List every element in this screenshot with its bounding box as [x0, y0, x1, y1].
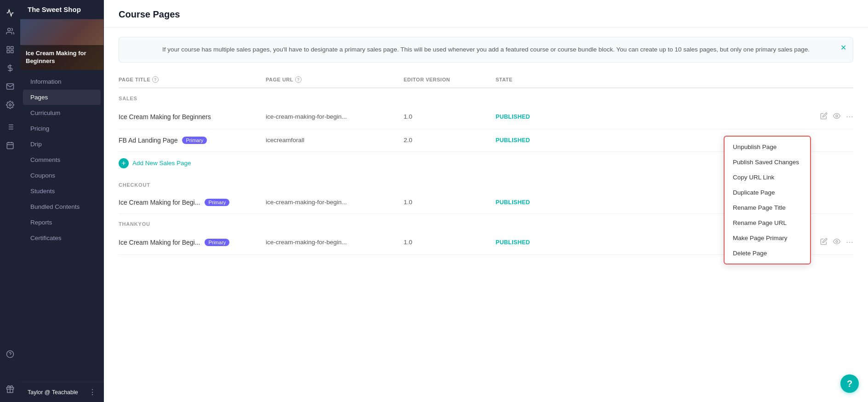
row-url-cell: icecreamforall — [266, 137, 404, 144]
course-card[interactable]: Ice Cream Making for Beginners — [20, 19, 103, 70]
sidebar-item-coupons[interactable]: Coupons — [23, 168, 101, 183]
svg-point-0 — [8, 28, 11, 31]
row-title-cell: Ice Cream Making for Begi... Primary — [119, 199, 266, 206]
table-header: PAGE TITLE ? PAGE URL ? EDITOR VERSION S… — [119, 72, 853, 88]
page-url-info-icon[interactable]: ? — [295, 76, 302, 83]
user-name: Taylor @ Teachable — [28, 389, 78, 396]
primary-badge: Primary — [182, 137, 207, 144]
row-version-cell: 1.0 — [404, 199, 496, 206]
context-menu-item-copy-url[interactable]: Copy URL Link — [725, 170, 810, 185]
more-options-icon[interactable]: ⋯ — [846, 238, 853, 247]
row-title: Ice Cream Making for Begi... — [119, 199, 200, 206]
context-menu-item-duplicate[interactable]: Duplicate Page — [725, 185, 810, 200]
row-state-cell: PUBLISHED — [496, 114, 798, 120]
question-circle-icon[interactable] — [2, 346, 18, 362]
settings-icon[interactable] — [2, 97, 18, 113]
info-banner: If your course has multiple sales pages,… — [119, 37, 853, 63]
svg-point-21 — [836, 115, 838, 117]
sidebar-item-information[interactable]: Information — [23, 74, 101, 89]
row-actions-cell: ⋯ — [798, 112, 853, 121]
row-title-cell: Ice Cream Making for Begi... Primary — [119, 239, 266, 246]
banner-text: If your course has multiple sales pages,… — [162, 46, 810, 53]
row-title: FB Ad Landing Page — [119, 137, 177, 144]
sidebar-item-bundled-contents[interactable]: Bundled Contents — [23, 199, 101, 214]
section-label-sales: SALES — [119, 88, 853, 105]
sidebar-icon-column — [0, 0, 20, 402]
col-editor-version: EDITOR VERSION — [404, 76, 496, 83]
sidebar-item-reports[interactable]: Reports — [23, 215, 101, 230]
sidebar-item-students[interactable]: Students — [23, 184, 101, 199]
row-title-cell: Ice Cream Making for Beginners — [119, 113, 266, 121]
row-version-cell: 2.0 — [404, 137, 496, 144]
add-new-label: Add New Sales Page — [132, 160, 191, 167]
page-title: Course Pages — [119, 9, 853, 20]
context-menu-item-unpublish[interactable]: Unpublish Page — [725, 139, 810, 155]
course-title: Ice Cream Making for Beginners — [20, 45, 103, 70]
sidebar-item-curriculum[interactable]: Curriculum — [23, 105, 101, 121]
sidebar-item-pages[interactable]: Pages — [23, 90, 101, 105]
col-page-url: PAGE URL ? — [266, 76, 404, 83]
primary-badge: Primary — [205, 239, 229, 246]
help-button[interactable]: ? — [840, 374, 859, 393]
sidebar-footer: Taylor @ Teachable ⋮ — [20, 382, 103, 402]
context-menu: Unpublish Page Publish Saved Changes Cop… — [724, 136, 811, 264]
sidebar-item-comments[interactable]: Comments — [23, 152, 101, 167]
edit-icon[interactable] — [820, 112, 828, 121]
mail-icon[interactable] — [2, 78, 18, 95]
context-menu-item-delete[interactable]: Delete Page — [725, 246, 810, 261]
calendar-icon[interactable] — [2, 137, 18, 154]
library-icon[interactable] — [2, 119, 18, 135]
more-options-icon[interactable]: ⋯ — [846, 112, 853, 121]
users-icon[interactable] — [2, 23, 18, 40]
svg-rect-2 — [11, 46, 13, 49]
row-title: Ice Cream Making for Begi... — [119, 239, 200, 246]
svg-rect-4 — [7, 51, 9, 53]
row-url-cell: ice-cream-making-for-begin... — [266, 113, 404, 120]
preview-icon[interactable] — [833, 238, 840, 247]
sidebar-item-drip[interactable]: Drip — [23, 137, 101, 152]
col-page-title: PAGE TITLE ? — [119, 76, 266, 83]
sidebar-item-pricing[interactable]: Pricing — [23, 121, 101, 136]
preview-icon[interactable] — [833, 112, 840, 121]
sidebar-nav: The Sweet Shop Ice Cream Making for Begi… — [20, 0, 104, 402]
dollar-icon[interactable] — [2, 60, 18, 76]
row-url-cell: ice-cream-making-for-begin... — [266, 239, 404, 246]
sidebar-item-certificates[interactable]: Certificates — [23, 230, 101, 246]
row-url-cell: ice-cream-making-for-begin... — [266, 199, 404, 206]
context-menu-item-publish-saved[interactable]: Publish Saved Changes — [725, 155, 810, 170]
banner-close-button[interactable]: ✕ — [840, 42, 846, 54]
analytics-icon[interactable] — [2, 5, 18, 21]
page-title-info-icon[interactable]: ? — [152, 76, 159, 83]
svg-rect-3 — [11, 51, 13, 53]
context-menu-item-rename-url[interactable]: Rename Page URL — [725, 215, 810, 230]
edit-icon[interactable] — [820, 238, 828, 247]
row-version-cell: 1.0 — [404, 239, 496, 246]
svg-rect-13 — [7, 143, 13, 149]
layout-icon[interactable] — [2, 41, 18, 58]
row-title: Ice Cream Making for Beginners — [119, 113, 211, 121]
app-name: The Sweet Shop — [20, 0, 103, 19]
col-state: STATE — [496, 76, 798, 83]
svg-point-6 — [9, 104, 11, 106]
main-header: Course Pages — [104, 0, 868, 28]
primary-badge: Primary — [205, 199, 229, 206]
gift-icon[interactable] — [2, 381, 18, 397]
svg-point-22 — [836, 241, 838, 242]
add-icon: + — [119, 158, 129, 168]
user-menu-button[interactable]: ⋮ — [89, 388, 96, 396]
table-row: Ice Cream Making for Beginners ice-cream… — [119, 105, 853, 129]
context-menu-item-make-primary[interactable]: Make Page Primary — [725, 230, 810, 246]
context-menu-item-rename-title[interactable]: Rename Page Title — [725, 200, 810, 215]
nav-items: Information Pages Curriculum Pricing Dri… — [20, 70, 103, 382]
svg-rect-1 — [7, 46, 9, 49]
row-version-cell: 1.0 — [404, 113, 496, 120]
row-title-cell: FB Ad Landing Page Primary — [119, 137, 266, 144]
